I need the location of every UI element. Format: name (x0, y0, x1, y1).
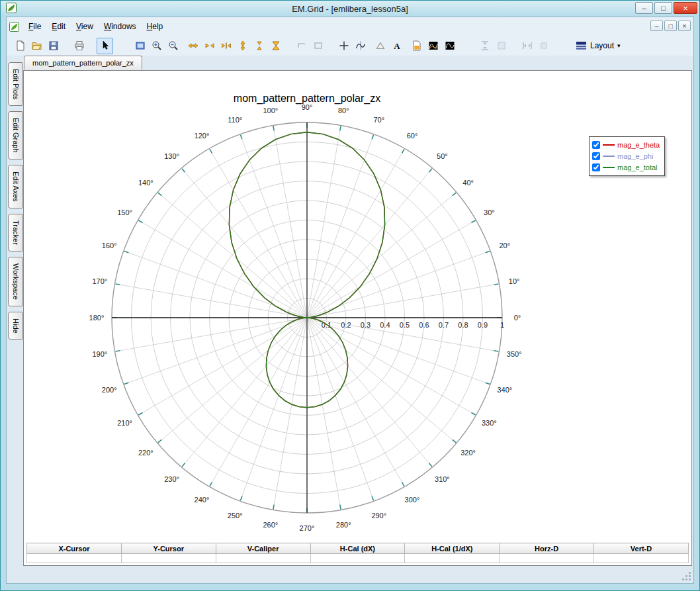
close-icon: × (683, 3, 688, 13)
sidebar-tab-hide[interactable]: Hide (8, 312, 22, 340)
svg-text:190°: 190° (92, 350, 107, 358)
export-image-button[interactable] (408, 38, 425, 54)
legend-line-sample (603, 156, 615, 157)
legend-checkbox-mag-e-theta[interactable] (592, 141, 600, 149)
pointer-icon (100, 40, 110, 51)
layout-icon (576, 41, 587, 50)
new-file-button[interactable] (12, 38, 28, 54)
svg-text:250°: 250° (228, 512, 243, 520)
tracker-button[interactable] (352, 38, 369, 54)
expand-x-button[interactable] (185, 38, 201, 54)
collapse-x-button[interactable] (201, 38, 218, 54)
menu-edit[interactable]: Edit (47, 20, 70, 33)
svg-text:340°: 340° (497, 386, 512, 394)
sidebar-tab-edit-plots[interactable]: Edit Plots (8, 62, 22, 106)
plot-area: 0°10°20°30°40°50°60°70°80°90°100°110°120… (23, 70, 692, 566)
minimize-button[interactable]: – (635, 2, 653, 14)
svg-text:50°: 50° (437, 152, 448, 160)
text-tool-button[interactable]: A (388, 38, 405, 54)
svg-text:A: A (394, 41, 400, 51)
export-image-icon (412, 40, 422, 51)
layout-dropdown[interactable]: Layout ▾ (570, 38, 626, 54)
svg-text:0.2: 0.2 (341, 321, 351, 329)
svg-text:1: 1 (500, 321, 504, 329)
dark-plot-1-icon (428, 40, 439, 51)
save-button[interactable] (45, 38, 62, 54)
svg-text:160°: 160° (102, 242, 117, 250)
svg-text:110°: 110° (228, 116, 242, 124)
legend: mag_e_theta mag_e_phi mag_e_total (589, 136, 665, 176)
app-frame: File Edit View Windows Help – □ × (6, 17, 694, 584)
document-tab-bar: mom_pattern_pattern_polar_zx (23, 56, 692, 70)
maximize-button[interactable]: □ (654, 2, 672, 14)
fit-all-button (493, 38, 509, 54)
resize-grip[interactable] (682, 572, 691, 580)
legend-checkbox-mag-e-phi[interactable] (592, 152, 600, 160)
dark-plot-2-button[interactable] (441, 38, 458, 54)
status-value-x-cursor (27, 554, 122, 563)
maximize-icon: □ (661, 4, 666, 12)
region-select-button[interactable] (310, 38, 326, 54)
svg-text:0.6: 0.6 (419, 321, 429, 329)
sidebar-tab-edit-graph[interactable]: Edit Graph (8, 111, 22, 159)
triangle-marker-button[interactable] (372, 38, 388, 54)
legend-checkbox-mag-e-total[interactable] (592, 163, 600, 171)
layout-caret-icon: ▾ (617, 42, 621, 49)
print-button[interactable] (71, 38, 87, 54)
rect-zoom-icon (296, 40, 307, 51)
menu-help[interactable]: Help (142, 20, 168, 33)
legend-line-sample (603, 144, 615, 146)
toolbar: A (7, 36, 693, 56)
svg-text:90°: 90° (302, 103, 313, 111)
sidebar-tab-edit-axes[interactable]: Edit Axes (8, 165, 22, 208)
dark-plot-1-button[interactable] (425, 38, 441, 54)
sidebar-tab-tracker[interactable]: Tracker (8, 214, 22, 251)
app-logo-icon (6, 3, 17, 13)
menu-view[interactable]: View (71, 20, 98, 33)
region-select-icon (313, 40, 324, 51)
status-value-vert-d (594, 554, 689, 563)
svg-text:300°: 300° (405, 496, 420, 504)
svg-text:140°: 140° (138, 179, 153, 187)
svg-text:0.5: 0.5 (400, 321, 410, 329)
zoom-window-button[interactable] (132, 38, 148, 54)
svg-text:0.8: 0.8 (458, 321, 468, 329)
step-x-icon (221, 40, 232, 51)
open-file-button[interactable] (28, 38, 45, 54)
child-restore-button[interactable]: □ (664, 21, 677, 31)
fit-horizontal-button (519, 38, 535, 54)
status-value-hcal-1dx (405, 554, 500, 563)
child-minimize-icon: – (655, 23, 659, 30)
svg-text:240°: 240° (195, 496, 210, 504)
expand-x-icon (188, 40, 198, 51)
svg-text:260°: 260° (263, 521, 278, 529)
pointer-select-button[interactable] (97, 38, 113, 54)
side-tab-strip: Edit Plots Edit Graph Edit Axes Tracker … (7, 62, 23, 340)
sidebar-tab-workspace[interactable]: Workspace (8, 257, 22, 306)
zoom-out-button[interactable] (165, 38, 181, 54)
document-tab[interactable]: mom_pattern_pattern_polar_zx (24, 56, 142, 69)
svg-text:310°: 310° (435, 475, 450, 483)
menu-file[interactable]: File (24, 20, 46, 33)
menu-bar: File Edit View Windows Help – □ × (7, 17, 693, 36)
client-area: Edit Plots Edit Graph Edit Axes Tracker … (7, 56, 693, 583)
zoom-in-button[interactable] (148, 38, 165, 54)
child-minimize-button[interactable]: – (650, 21, 663, 31)
menu-windows[interactable]: Windows (99, 20, 141, 33)
crosshair-button[interactable] (335, 38, 352, 54)
rect-zoom-button[interactable] (293, 38, 310, 54)
fit-all-icon (496, 40, 507, 51)
layout-label: Layout (590, 41, 614, 50)
status-col-v-caliper: V-Caliper (216, 543, 310, 554)
crosshair-icon (339, 40, 349, 51)
new-file-icon (15, 40, 26, 51)
close-button[interactable]: × (674, 2, 697, 14)
text-tool-icon: A (392, 40, 402, 51)
expand-y-button[interactable] (234, 38, 251, 54)
svg-text:210°: 210° (117, 419, 132, 427)
collapse-y-button[interactable] (251, 38, 267, 54)
child-close-button[interactable]: × (678, 21, 691, 31)
status-col-hcal-dx: H-Cal (dX) (310, 543, 405, 554)
step-x-button[interactable] (218, 38, 234, 54)
autoscale-button[interactable] (267, 38, 284, 54)
